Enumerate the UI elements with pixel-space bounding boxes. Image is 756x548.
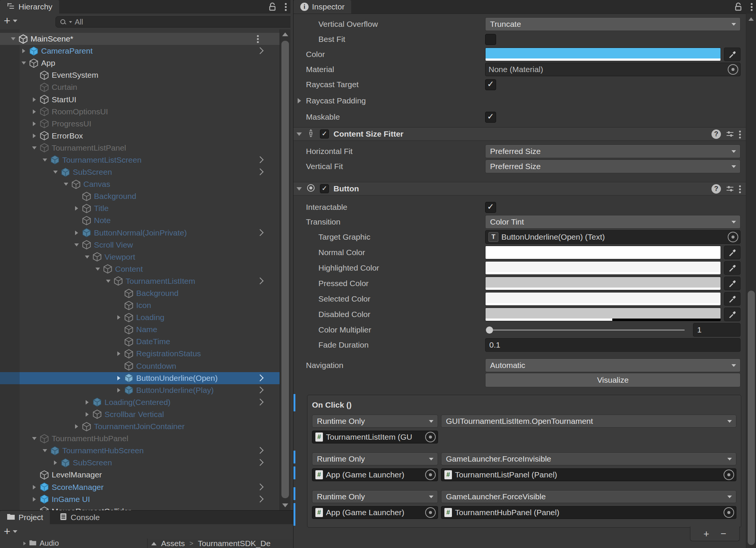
pressed-color-swatch[interactable]	[485, 277, 721, 290]
breadcrumb-root[interactable]: Assets	[161, 539, 185, 548]
collapse-up-icon[interactable]	[151, 542, 157, 545]
hierarchy-menu-icon[interactable]	[285, 3, 287, 5]
tab-project[interactable]: Project	[0, 511, 50, 524]
add-event-button[interactable]: +	[704, 529, 709, 539]
eyedropper-button[interactable]	[724, 308, 741, 321]
hierarchy-row-eventsystem[interactable]: EventSystem	[0, 69, 280, 81]
expander-closed-icon[interactable]	[29, 485, 39, 490]
expander-closed-icon[interactable]	[29, 97, 39, 102]
tab-inspector[interactable]: i Inspector	[293, 0, 351, 14]
component-menu-icon[interactable]	[739, 185, 741, 187]
disabled-color-swatch[interactable]	[485, 308, 721, 321]
hierarchy-row-datetime[interactable]: DateTime	[0, 336, 280, 348]
expander-closed-icon[interactable]	[82, 400, 92, 405]
event-target-object-field[interactable]: #App (Game Launcher)	[312, 468, 438, 481]
prefab-open-arrow-icon[interactable]	[257, 47, 263, 54]
prefab-open-arrow-icon[interactable]	[257, 483, 263, 490]
hierarchy-row-viewport[interactable]: Viewport	[0, 251, 280, 263]
hierarchy-row-note[interactable]: Note	[0, 214, 280, 226]
visualize-button[interactable]: Visualize	[485, 373, 741, 387]
target-graphic-object-field[interactable]: T ButtonUnderline(Open) (Text)	[485, 230, 741, 244]
inspector-scrollbar[interactable]	[746, 14, 756, 548]
expander-open-icon[interactable]	[93, 268, 103, 271]
prefab-open-arrow-icon[interactable]	[257, 277, 263, 284]
expander-closed-icon[interactable]	[51, 460, 60, 465]
prefab-open-arrow-icon[interactable]	[257, 399, 263, 405]
inspector-scrollbar-thumb[interactable]	[748, 291, 755, 545]
hierarchy-row-tournamentlistscreen[interactable]: TournamentListScreen	[0, 154, 280, 166]
slider-knob[interactable]	[486, 326, 493, 334]
scroll-up-icon[interactable]	[748, 17, 754, 21]
scroll-down-icon[interactable]	[282, 503, 288, 507]
expander-closed-icon[interactable]	[29, 109, 39, 114]
presets-icon[interactable]	[725, 184, 734, 193]
object-picker-icon[interactable]	[425, 432, 436, 442]
hierarchy-row-countdown[interactable]: Countdown	[0, 360, 280, 372]
help-icon[interactable]: ?	[711, 129, 721, 139]
button-component-header[interactable]: ✓ Button ?	[293, 182, 746, 195]
object-picker-icon[interactable]	[728, 64, 738, 75]
breadcrumb-current[interactable]: TournamentSDK_De	[198, 539, 271, 548]
hierarchy-row-background[interactable]: Background	[0, 287, 280, 299]
presets-icon[interactable]	[725, 129, 734, 139]
hierarchy-row-tournamenthubscreen[interactable]: TournamentHubScreen	[0, 445, 280, 457]
eyedropper-button[interactable]	[724, 292, 741, 306]
highlighted-color-swatch[interactable]	[485, 261, 721, 275]
expander-closed-icon[interactable]	[29, 122, 39, 126]
content-size-fitter-header[interactable]: ✓ Content Size Fitter ?	[293, 127, 746, 141]
hierarchy-row-tournamentjoincontainer[interactable]: TournamentJoinContainer	[0, 420, 280, 433]
hierarchy-row-ingame-ui[interactable]: InGame UI	[0, 493, 280, 505]
add-gameobject-button[interactable]: +	[4, 16, 17, 26]
foldout-open-icon[interactable]	[297, 187, 302, 191]
object-picker-icon[interactable]	[425, 469, 436, 480]
selected-color-swatch[interactable]	[485, 292, 721, 306]
hierarchy-row-registrationstatus[interactable]: RegistrationStatus	[0, 348, 280, 360]
tab-hierarchy[interactable]: Hierarchy	[0, 0, 59, 14]
fade-duration-input[interactable]: 0.1	[485, 338, 741, 352]
hierarchy-row-buttonnormal-joinprivate-[interactable]: ButtonNormal(JoinPrivate)	[0, 227, 280, 239]
hierarchy-row-scoremanager[interactable]: ScoreManager	[0, 481, 280, 493]
expander-open-icon[interactable]	[19, 62, 29, 65]
best-fit-checkbox[interactable]	[485, 34, 496, 45]
normal-color-swatch[interactable]	[485, 246, 721, 259]
expander-open-icon[interactable]	[51, 171, 60, 174]
prefab-open-arrow-icon[interactable]	[257, 168, 263, 175]
prefab-open-arrow-icon[interactable]	[257, 447, 263, 454]
hierarchy-row-curtain[interactable]: Curtain	[0, 81, 280, 93]
vertical-fit-dropdown[interactable]: Preferred Size	[485, 160, 741, 173]
hierarchy-row-tournamentlistpanel[interactable]: TournamentListPanel	[0, 142, 280, 154]
event-target-object-field[interactable]: #App (Game Launcher)	[312, 506, 438, 519]
hierarchy-row-subscreen[interactable]: SubScreen	[0, 457, 280, 469]
hierarchy-row-name[interactable]: Name	[0, 323, 280, 336]
hierarchy-row-scroll-view[interactable]: Scroll View	[0, 239, 280, 251]
expander-closed-icon[interactable]	[19, 49, 29, 53]
hierarchy-row-scrollbar-vertical[interactable]: Scrollbar Vertical	[0, 408, 280, 420]
expander-open-icon[interactable]	[61, 183, 71, 186]
prefab-open-arrow-icon[interactable]	[257, 229, 263, 236]
expander-closed-icon[interactable]	[114, 315, 124, 320]
add-asset-button[interactable]: +	[4, 526, 17, 536]
eyedropper-button[interactable]	[724, 261, 741, 275]
transition-dropdown[interactable]: Color Tint	[485, 215, 741, 229]
expander-open-icon[interactable]	[103, 280, 113, 283]
event-target-object-field[interactable]: #TournamentListPanel (Panel)	[441, 468, 736, 481]
inspector-menu-icon[interactable]	[751, 3, 753, 5]
expander-closed-icon[interactable]	[114, 376, 124, 380]
hierarchy-row-canvas[interactable]: Canvas	[0, 178, 280, 190]
hierarchy-row-roomoptionsui[interactable]: RoomOptionsUI	[0, 106, 280, 118]
event-target-object-field[interactable]: #TournamentHubPanel (Panel)	[441, 506, 736, 519]
expander-closed-icon[interactable]	[72, 231, 81, 235]
expander-open-icon[interactable]	[72, 243, 81, 246]
expander-closed-icon[interactable]	[29, 134, 39, 138]
horizontal-fit-dropdown[interactable]: Preferred Size	[485, 145, 741, 158]
event-function-dropdown[interactable]: GameLauncher.ForceVisible	[441, 490, 736, 503]
expander-open-icon[interactable]	[82, 256, 92, 259]
interactable-checkbox[interactable]: ✓	[485, 202, 496, 213]
maskable-checkbox[interactable]: ✓	[485, 112, 496, 123]
hierarchy-row-tournamenthubpanel[interactable]: TournamentHubPanel	[0, 433, 280, 445]
color-multiplier-value[interactable]: 1	[693, 323, 741, 337]
hierarchy-search-input[interactable]: All	[55, 16, 290, 28]
event-function-dropdown[interactable]: GameLauncher.ForceInvisible	[441, 453, 736, 465]
scroll-up-icon[interactable]	[282, 32, 288, 36]
hierarchy-row-content[interactable]: Content	[0, 263, 280, 275]
